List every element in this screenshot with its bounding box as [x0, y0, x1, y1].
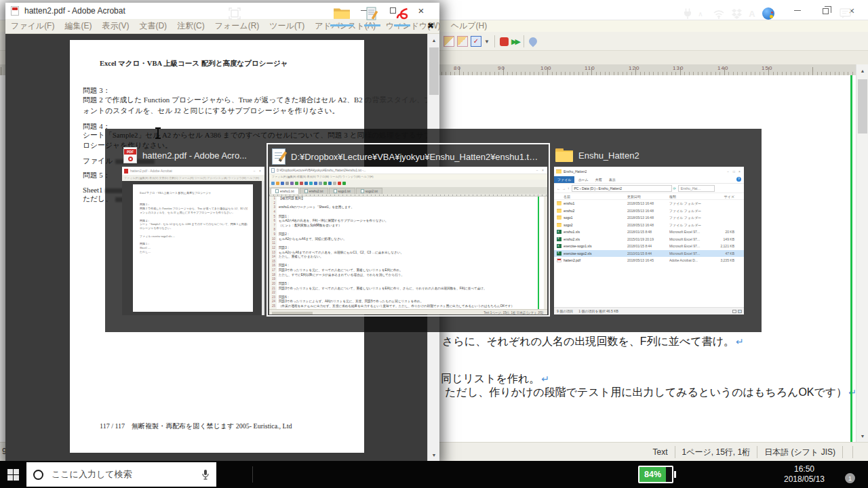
file-row[interactable]: hatten2.pdf 2018/05/13 16:45 Adobe Acrob… — [554, 257, 744, 264]
menu-item[interactable]: 文書(D) — [139, 20, 167, 32]
wifi-icon[interactable] — [711, 0, 727, 27]
document-close-icon[interactable]: ✖ — [427, 21, 434, 30]
acrobat-thumbnail[interactable]: hatten2.pdf - Adobe Acrobat − × ファイル(F) … — [122, 167, 264, 315]
thumb-ribbon-tab[interactable]: 共有 — [592, 176, 606, 183]
thumb-document-tab[interactable]: sogo1.txt — [329, 188, 355, 194]
thumb-ribbon-tab[interactable]: ホーム — [574, 176, 591, 183]
macro-edit-icon[interactable] — [443, 36, 454, 47]
column-type[interactable]: 種類 — [669, 195, 710, 199]
scroll-down-icon[interactable]: ▼ — [856, 430, 868, 442]
taskbar-explorer-button[interactable] — [329, 0, 355, 27]
acrobat-icon — [395, 7, 409, 20]
thumb-pdf-line: ォントのスタイルを、セル J2 と同じにするサブプロシージャを作りなさい。 — [140, 211, 248, 215]
back-icon[interactable]: ← — [557, 186, 560, 190]
file-row[interactable]: exercise-sogo1.xls 2018/01/15 8:44 Micro… — [554, 243, 744, 250]
macro-record-icon[interactable] — [500, 37, 509, 46]
thumb-right-margin-line — [538, 197, 539, 309]
file-row[interactable]: sogo2 2018/05/13 16:48 ファイル フォルダー — [554, 222, 744, 229]
taskbar-search[interactable]: ここに入力して検索 — [26, 462, 216, 487]
file-row[interactable]: sogo1 2018/05/13 16:48 ファイル フォルダー — [554, 214, 744, 222]
pdf-icon — [124, 169, 128, 174]
macro-select-icon[interactable]: ✓ — [471, 36, 481, 47]
file-type-icon — [557, 230, 561, 234]
file-row[interactable]: enshu2 2018/05/13 16:48 ファイル フォルダー — [554, 207, 744, 215]
file-row[interactable]: enshu2.xls 2015/01/19 20:19 Microsoft Ex… — [554, 236, 744, 243]
ruler-number: 100 — [540, 65, 551, 71]
taskbar-editor-button[interactable] — [359, 0, 385, 27]
file-row[interactable]: enshu1.xls 2018/01/15 8:48 Microsoft Exc… — [554, 228, 744, 236]
help-icon[interactable]: ? — [736, 177, 741, 182]
column-name[interactable]: 名前 — [564, 195, 627, 199]
ruler-number: 110 — [585, 65, 595, 71]
editor-vertical-scrollbar[interactable]: ▲ ▼ — [856, 64, 868, 442]
search-input[interactable]: Enshu_Hat… — [678, 185, 715, 192]
thumb-window-controls: − □ × — [727, 169, 742, 174]
status-encoding[interactable]: 日本語 (シフト JIS) — [764, 447, 835, 458]
tray-clock[interactable]: 16:50 2018/05/13 — [780, 464, 829, 485]
thumb-document-tab[interactable]: enshu2.txt — [300, 188, 328, 194]
action-center-button[interactable] — [835, 0, 856, 27]
thumb-document-tab[interactable]: enshu1.txt — [271, 188, 299, 194]
menu-item[interactable]: ヘルプ(H) — [451, 20, 488, 32]
menu-item[interactable]: 編集(E) — [64, 20, 92, 32]
macro-run-icon[interactable]: ▶▶ — [511, 37, 519, 46]
editor-thumbnail[interactable]: D:¥Dropbox¥Lecture¥VBA¥jyokyu¥Enshu_Hatt… — [269, 167, 547, 314]
ime-mode-indicator[interactable]: A — [745, 0, 760, 27]
refresh-icon[interactable]: ⟳ — [673, 186, 676, 190]
explorer-thumbnail[interactable]: Enshu_Hatten2 − □ × ファイルホーム共有表示 ? ← → ↑ … — [554, 167, 744, 314]
file-type-icon — [557, 258, 561, 262]
taskbar-acrobat-button[interactable] — [389, 0, 415, 27]
dropdown-chevron-icon[interactable]: ▼ — [484, 39, 490, 45]
thumb-title: Enshu_Hatten2 — [564, 169, 587, 174]
minimize-icon[interactable] — [784, 1, 811, 19]
switcher-card-editor[interactable]: D:¥Dropbox¥Lecture¥VBA¥jyokyu¥Enshu_Hatt… — [272, 147, 542, 166]
file-row[interactable]: exercise-sogo2.xls 2010/01/15 8:44 Micro… — [554, 250, 744, 258]
thumb-text-line: 1【補習問題 配列】 — [269, 197, 547, 201]
battery-indicator[interactable]: 84% — [638, 466, 673, 483]
task-view-button[interactable] — [221, 0, 248, 27]
pin-icon[interactable] — [527, 36, 538, 47]
restore-icon[interactable] — [811, 1, 838, 19]
switcher-card-title: hatten2.pdf - Adobe Acro... — [142, 150, 247, 161]
up-icon[interactable]: ↑ — [568, 186, 570, 190]
status-cursor-position[interactable]: 1ページ, 15行, 1桁 — [682, 447, 751, 458]
column-size[interactable]: サイズ — [710, 195, 737, 199]
thumb-ribbon-tab[interactable]: 表示 — [606, 176, 619, 183]
scroll-down-icon[interactable]: ▼ — [428, 449, 439, 461]
tray-expand-chevron-icon[interactable]: ∧ — [694, 0, 707, 27]
power-plug-icon[interactable] — [680, 0, 695, 27]
thumb-document-tab[interactable]: sogo2.txt — [356, 188, 382, 194]
microphone-icon[interactable] — [201, 469, 210, 480]
dropbox-icon[interactable] — [728, 0, 745, 27]
scrollbar-thumb[interactable] — [429, 47, 439, 95]
blurred-status — [272, 312, 313, 314]
ruler-number: 80 — [454, 65, 461, 71]
toolbar-separator — [524, 35, 524, 47]
scrollbar-thumb[interactable] — [858, 79, 867, 134]
forward-icon[interactable]: → — [562, 186, 566, 190]
view-toggle-icons[interactable] — [731, 310, 742, 313]
file-row[interactable]: enshu1 2018/05/13 16:48 ファイル フォルダー — [554, 200, 744, 207]
task-switcher-overlay: PDF hatten2.pdf - Adobe Acro... hatten2.… — [105, 129, 762, 332]
menu-item[interactable]: 表示(V) — [102, 20, 129, 32]
file-type-icon — [557, 251, 561, 256]
thumb-pdf-line: ただし… — [140, 250, 248, 254]
app-globe-icon[interactable] — [760, 0, 777, 27]
menu-item[interactable]: 注釈(C) — [177, 20, 205, 32]
thumb-file-list: enshu1 2018/05/13 16:48 ファイル フォルダー enshu… — [554, 200, 744, 264]
start-button[interactable] — [0, 461, 26, 488]
thumb-text-area: 1【補習問題 配列】23enshu1.xlsのワークシート「Sheet1」を使用… — [269, 197, 547, 309]
switcher-card-explorer[interactable]: Enshu_Hatten2 — [555, 146, 639, 165]
thumb-ribbon-tab[interactable]: ファイル — [554, 176, 574, 183]
menu-item[interactable]: ツール(T) — [269, 20, 304, 32]
column-date[interactable]: 更新日時 — [627, 195, 669, 199]
scroll-up-icon[interactable]: ▲ — [428, 34, 439, 46]
switcher-card-acrobat[interactable]: PDF hatten2.pdf - Adobe Acro... — [123, 146, 247, 165]
status-mode[interactable]: Text — [653, 447, 668, 457]
battery-nub — [674, 471, 676, 478]
macro-edit-all-icon[interactable] — [457, 36, 468, 47]
return-mark-icon: ↵ — [541, 373, 549, 384]
menu-item[interactable]: ファイル(F) — [11, 20, 54, 32]
breadcrumb[interactable]: PC › Data (D:) › Enshu_Hatten2 — [572, 185, 672, 192]
scroll-up-icon[interactable]: ▲ — [856, 64, 868, 77]
